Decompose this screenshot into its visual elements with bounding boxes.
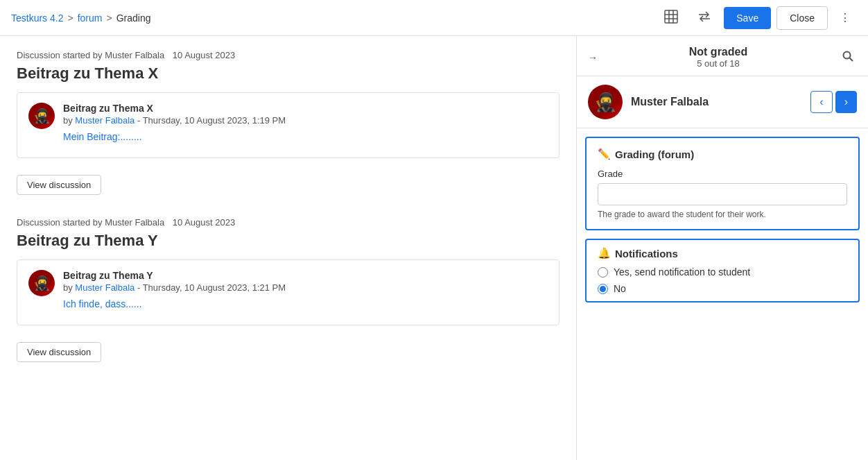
svg-point-5 (844, 51, 851, 58)
grading-title-text: Grading (forum) (615, 148, 694, 160)
student-nav-buttons: ‹ › (810, 91, 857, 113)
discussion-title-1: Beitrag zu Thema X (17, 65, 559, 83)
radio-no-label[interactable]: No (598, 283, 847, 294)
post-content-2: Ich finde, dass...... (63, 298, 548, 309)
grade-hint: The grade to award the student for their… (598, 210, 847, 219)
swap-button[interactable] (691, 4, 718, 32)
post-title-2: Beitrag zu Thema Y (63, 270, 548, 281)
post-header-2: Beitrag zu Thema Y by Muster Falbala - T… (28, 270, 548, 309)
discussion-meta-author-2: Muster Falbala (105, 217, 164, 228)
more-icon: ⋮ (840, 12, 851, 24)
discussion-meta-prefix-2: Discussion started by (17, 217, 103, 228)
radio-yes-label[interactable]: Yes, send notification to student (598, 266, 847, 278)
student-info: Muster Falbala (588, 85, 709, 119)
student-name: Muster Falbala (631, 96, 709, 108)
discussion-meta-prefix-1: Discussion started by (17, 50, 103, 60)
notifications-title: 🔔 Notifications (598, 247, 847, 259)
discussion-block-1: Discussion started by Muster Falbala 10 … (17, 50, 559, 195)
avatar-2 (28, 270, 55, 296)
svg-line-6 (850, 58, 853, 61)
prev-student-button[interactable]: ‹ (810, 91, 832, 113)
student-avatar (588, 85, 623, 119)
save-button[interactable]: Save (724, 7, 771, 29)
discussion-meta-2: Discussion started by Muster Falbala 10 … (17, 217, 559, 228)
search-button[interactable] (839, 47, 857, 68)
radio-yes-text: Yes, send notification to student (614, 266, 750, 278)
discussion-block-2: Discussion started by Muster Falbala 10 … (17, 217, 559, 362)
header-actions: Save Close ⋮ (657, 4, 857, 32)
post-header-1: Beitrag zu Thema X by Muster Falbala - T… (28, 103, 548, 142)
post-byline-prefix-1: by (63, 115, 73, 126)
post-date-1: Thursday, 10 August 2023, 1:19 PM (143, 115, 286, 126)
post-author-2[interactable]: Muster Falbala (75, 282, 134, 293)
not-graded-title: Not graded (598, 46, 839, 58)
discussion-title-2: Beitrag zu Thema Y (17, 232, 559, 250)
radio-yes-input[interactable] (598, 267, 608, 278)
grade-label: Grade (598, 169, 847, 179)
breadcrumb-forum[interactable]: forum (78, 12, 103, 24)
close-button[interactable]: Close (776, 6, 828, 30)
main: Discussion started by Muster Falbala 10 … (0, 36, 868, 460)
header: Testkurs 4.2 > forum > Grading Save Clos… (0, 0, 868, 36)
radio-group: Yes, send notification to student No (598, 266, 847, 294)
not-graded-info: Not graded 5 out of 18 (598, 46, 839, 69)
post-byline-prefix-2: by (63, 282, 73, 293)
grading-section-title: ✏️ Grading (forum) (598, 148, 847, 160)
not-graded-count: 5 out of 18 (598, 58, 839, 69)
svg-rect-0 (665, 10, 677, 23)
avatar-1 (28, 103, 55, 129)
grading-section: ✏️ Grading (forum) Grade The grade to aw… (585, 137, 860, 230)
nav-arrow-right[interactable]: → (588, 52, 598, 63)
left-panel: Discussion started by Muster Falbala 10 … (0, 36, 577, 460)
breadcrumb-sep1: > (67, 12, 73, 24)
radio-no-text: No (614, 283, 626, 294)
post-info-2: Beitrag zu Thema Y by Muster Falbala - T… (63, 270, 548, 309)
breadcrumb-current: Grading (116, 12, 151, 24)
breadcrumb-course[interactable]: Testkurs 4.2 (11, 12, 63, 24)
discussion-meta-date-1: 10 August 2023 (173, 50, 235, 60)
discussion-meta-date-2: 10 August 2023 (173, 217, 235, 228)
breadcrumb: Testkurs 4.2 > forum > Grading (11, 12, 150, 24)
right-panel-header: → Not graded 5 out of 18 (577, 36, 868, 76)
radio-no-input[interactable] (598, 284, 608, 294)
post-card-2: Beitrag zu Thema Y by Muster Falbala - T… (17, 259, 559, 325)
student-row: Muster Falbala ‹ › (577, 76, 868, 128)
view-discussion-button-2[interactable]: View discussion (17, 342, 101, 362)
post-title-1: Beitrag zu Thema X (63, 103, 548, 114)
post-author-1[interactable]: Muster Falbala (75, 115, 134, 126)
post-card-1: Beitrag zu Thema X by Muster Falbala - T… (17, 92, 559, 158)
post-byline-1: by Muster Falbala - Thursday, 10 August … (63, 115, 548, 126)
notifications-icon: 🔔 (598, 247, 611, 259)
next-student-button[interactable]: › (835, 91, 857, 113)
more-button[interactable]: ⋮ (833, 6, 857, 29)
grade-input[interactable] (598, 183, 847, 205)
view-discussion-button-1[interactable]: View discussion (17, 175, 101, 195)
breadcrumb-sep2: > (106, 12, 112, 24)
table-view-button[interactable] (657, 4, 685, 32)
notifications-section: 🔔 Notifications Yes, send notification t… (585, 239, 860, 303)
grading-icon: ✏️ (598, 148, 611, 160)
post-byline-2: by Muster Falbala - Thursday, 10 August … (63, 282, 548, 293)
notifications-title-text: Notifications (615, 248, 678, 259)
post-content-1: Mein Beitrag:........ (63, 131, 548, 142)
post-info-1: Beitrag zu Thema X by Muster Falbala - T… (63, 103, 548, 142)
discussion-meta-1: Discussion started by Muster Falbala 10 … (17, 50, 559, 60)
post-date-2: Thursday, 10 August 2023, 1:21 PM (143, 282, 286, 293)
right-panel: → Not graded 5 out of 18 Muster Falbala … (577, 36, 868, 460)
discussion-meta-author-1: Muster Falbala (105, 50, 164, 60)
